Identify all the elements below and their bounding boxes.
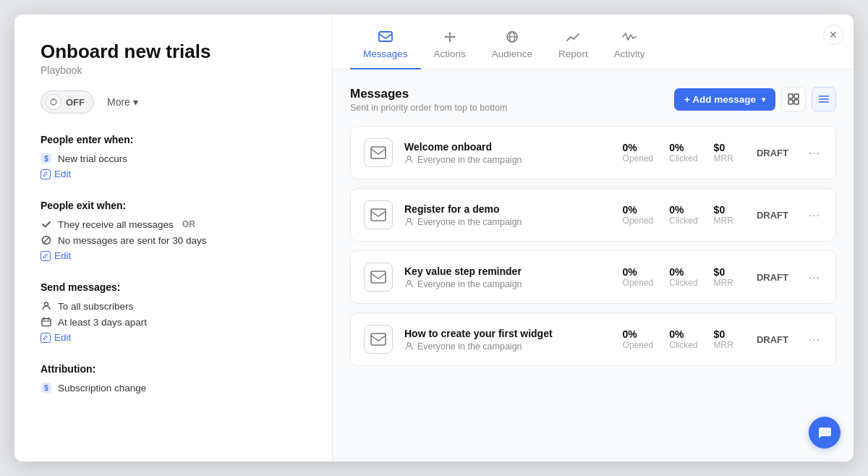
message-more-button[interactable]: ··· xyxy=(806,206,822,224)
svg-point-34 xyxy=(407,218,411,222)
attribution-section: Attribution: $ Subscription change xyxy=(41,363,306,394)
left-panel: Onboard new trials Playbook OFF More ▾ P… xyxy=(14,14,333,462)
message-title: Key value step reminder xyxy=(404,265,611,277)
report-tab-icon xyxy=(566,30,580,46)
playbook-subtitle: Playbook xyxy=(41,64,306,76)
draft-badge: DRAFT xyxy=(757,272,788,283)
send-condition-2-text: At least 3 days apart xyxy=(58,317,147,328)
message-audience: Everyone in the campaign xyxy=(404,279,611,289)
svg-line-6 xyxy=(43,237,49,243)
svg-rect-31 xyxy=(371,147,386,158)
edit-icon-2 xyxy=(41,251,51,261)
exit-edit-link[interactable]: Edit xyxy=(41,250,306,261)
tab-activity[interactable]: Activity xyxy=(601,25,658,69)
svg-point-38 xyxy=(407,343,411,347)
audience-icon xyxy=(404,341,414,351)
edit-icon-3 xyxy=(41,333,51,343)
playbook-title: Onboard new trials xyxy=(41,41,306,63)
stat-clicked: 0% Clicked xyxy=(669,328,697,350)
messages-title-group: Messages Sent in priority order from top… xyxy=(350,87,507,113)
tab-messages[interactable]: Messages xyxy=(350,25,421,69)
more-label: More xyxy=(107,96,130,108)
svg-point-20 xyxy=(448,40,451,42)
draft-badge: DRAFT xyxy=(757,148,788,158)
actions-tab-icon xyxy=(443,30,457,46)
activity-tab-icon xyxy=(622,30,637,46)
svg-rect-35 xyxy=(371,271,386,283)
tab-audience[interactable]: Audience xyxy=(479,25,545,69)
add-message-button[interactable]: + Add message ▾ xyxy=(674,88,775,111)
message-audience: Everyone in the campaign xyxy=(404,341,611,352)
messages-subtitle: Sent in priority order from top to botto… xyxy=(350,103,507,113)
exit-condition-1-text: They receive all messages xyxy=(58,219,174,230)
tab-report-label: Report xyxy=(558,48,588,59)
svg-text:$: $ xyxy=(44,155,48,163)
people-exit-heading: People exit when: xyxy=(41,200,306,211)
send-edit-link[interactable]: Edit xyxy=(41,332,306,343)
close-button[interactable]: ✕ xyxy=(823,25,843,45)
svg-point-8 xyxy=(45,302,48,306)
tab-activity-label: Activity xyxy=(614,48,645,59)
stat-opened: 0% Opened xyxy=(623,142,654,163)
message-info: Key value step reminder Everyone in the … xyxy=(404,265,611,289)
exit-condition-2-text: No messages are sent for 30 days xyxy=(58,235,207,246)
grid-icon xyxy=(788,93,799,105)
enter-edit-label: Edit xyxy=(54,169,71,179)
message-stats: 0% Opened 0% Clicked $0 MRR xyxy=(623,142,733,163)
chat-bubble-button[interactable] xyxy=(809,417,841,449)
stat-opened: 0% Opened xyxy=(623,266,654,288)
message-title: Register for a demo xyxy=(404,203,611,215)
add-message-label: + Add message xyxy=(684,94,756,105)
svg-rect-9 xyxy=(42,319,51,326)
grid-view-button[interactable] xyxy=(781,87,806,111)
toggle-circle xyxy=(46,94,61,110)
add-message-chevron-icon: ▾ xyxy=(762,95,765,103)
message-more-button[interactable]: ··· xyxy=(806,331,822,349)
stat-opened: 0% Opened xyxy=(623,204,654,226)
list-view-button[interactable] xyxy=(812,87,836,111)
message-info: How to create your first widget Everyone… xyxy=(404,328,611,352)
tab-messages-label: Messages xyxy=(363,48,408,59)
tabs-bar: Messages Actions xyxy=(333,14,854,69)
more-button[interactable]: More ▾ xyxy=(101,93,144,111)
svg-point-17 xyxy=(444,36,446,38)
send-condition-1-item: To all subscribers xyxy=(41,300,306,312)
person-icon xyxy=(41,300,52,312)
toggle-button[interactable]: OFF xyxy=(41,90,94,114)
no-messages-icon xyxy=(41,234,52,246)
message-more-button[interactable]: ··· xyxy=(806,144,822,162)
toggle-label: OFF xyxy=(66,97,85,108)
svg-rect-16 xyxy=(379,32,392,41)
draft-badge: DRAFT xyxy=(757,334,788,345)
audience-icon xyxy=(404,155,414,164)
messages-header: Messages Sent in priority order from top… xyxy=(350,87,836,113)
people-exit-section: People exit when: They receive all messa… xyxy=(41,200,306,261)
message-cards-container: Welcome onboard Everyone in the campaign… xyxy=(350,126,836,366)
messages-section: Messages Sent in priority order from top… xyxy=(333,69,854,462)
message-envelope-icon xyxy=(364,263,393,292)
dollar-sign-icon: $ xyxy=(41,153,52,164)
tab-actions[interactable]: Actions xyxy=(421,25,479,69)
messages-tab-icon xyxy=(378,30,393,46)
messages-title: Messages xyxy=(350,87,507,101)
tab-actions-label: Actions xyxy=(434,48,466,59)
toggle-row: OFF More ▾ xyxy=(41,90,306,114)
or-badge: OR xyxy=(182,219,195,229)
message-card: Key value step reminder Everyone in the … xyxy=(350,250,836,304)
message-stats: 0% Opened 0% Clicked $0 MRR xyxy=(623,266,733,288)
message-more-button[interactable]: ··· xyxy=(806,268,822,286)
people-enter-heading: People enter when: xyxy=(41,134,306,145)
tab-report[interactable]: Report xyxy=(545,25,601,69)
enter-edit-link[interactable]: Edit xyxy=(41,169,306,179)
stat-clicked: 0% Clicked xyxy=(669,204,697,226)
enter-condition-text: New trial occurs xyxy=(58,153,127,164)
svg-point-19 xyxy=(448,33,451,35)
attribution-heading: Attribution: xyxy=(41,363,306,375)
more-chevron-icon: ▾ xyxy=(133,96,138,108)
stat-mrr: $0 MRR xyxy=(714,142,733,163)
message-audience: Everyone in the campaign xyxy=(404,217,611,227)
audience-icon xyxy=(404,217,414,226)
exit-edit-label: Edit xyxy=(54,250,71,261)
svg-rect-33 xyxy=(371,209,386,221)
svg-point-36 xyxy=(407,281,411,284)
